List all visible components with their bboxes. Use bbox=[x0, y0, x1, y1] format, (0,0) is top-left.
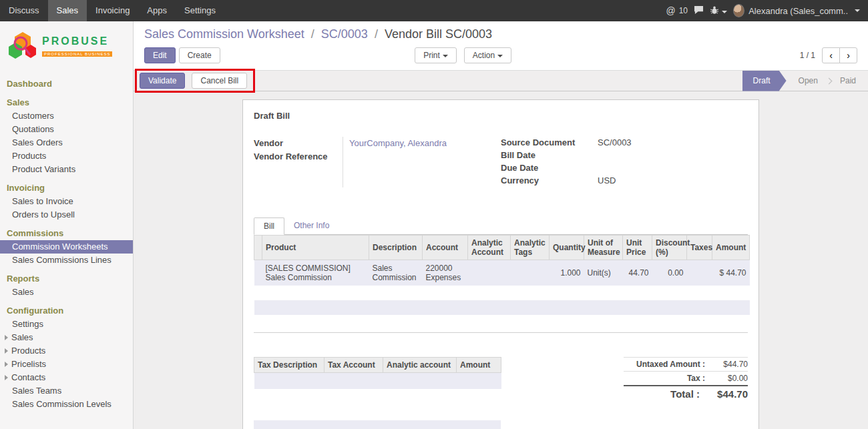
cell-amount: $ 44.70 bbox=[712, 260, 750, 286]
tab-other-info[interactable]: Other Info bbox=[284, 218, 339, 235]
sidebar-item-products[interactable]: Products bbox=[0, 149, 133, 163]
user-menu[interactable]: Alexandra (Sales_comm.. bbox=[733, 4, 860, 17]
due-date-label: Due Date bbox=[501, 162, 598, 175]
sidebar-section-sales[interactable]: Sales bbox=[0, 96, 133, 109]
col-unit-of-measure: Unit of Measure bbox=[584, 236, 623, 260]
sidebar-item-config-products[interactable]: Products bbox=[0, 344, 133, 358]
sidebar-section-invoicing[interactable]: Invoicing bbox=[0, 181, 133, 195]
vendor-label: Vendor bbox=[254, 137, 343, 150]
total-row: Total : $44.70 bbox=[624, 385, 748, 402]
cell-account: 220000 Expenses bbox=[423, 260, 468, 286]
print-label: Print bbox=[423, 51, 440, 60]
empty-row bbox=[254, 286, 750, 300]
source-document-value: SC/0003 bbox=[598, 137, 748, 149]
empty-row bbox=[254, 315, 750, 330]
user-name: Alexandra (Sales_comm.. bbox=[748, 6, 848, 16]
menu-invoicing[interactable]: Invoicing bbox=[87, 0, 138, 21]
line-row[interactable]: [SALES COMMISSION] Sales Commission Sale… bbox=[254, 260, 750, 286]
sidebar-item-customers[interactable]: Customers bbox=[0, 109, 133, 123]
sidebar-item-sales-to-invoice[interactable]: Sales to Invoice bbox=[0, 195, 133, 208]
menu-settings[interactable]: Settings bbox=[176, 0, 224, 21]
validate-button[interactable]: Validate bbox=[140, 73, 185, 89]
sidebar-item-product-variants[interactable]: Product Variants bbox=[0, 163, 133, 176]
cell-analytic-tags bbox=[511, 260, 550, 286]
empty-tax-row bbox=[254, 373, 501, 389]
cell-quantity: 1.000 bbox=[550, 260, 584, 286]
state-open[interactable]: Open bbox=[787, 71, 830, 91]
sidebar-item-orders-to-upsell[interactable]: Orders to Upsell bbox=[0, 208, 133, 222]
horizontal-separator bbox=[254, 332, 748, 333]
top-right-tools: @ 10 Alexandra (Sales_comm.. bbox=[666, 0, 868, 21]
sidebar-item-reports-sales[interactable]: Sales bbox=[0, 286, 133, 299]
cancel-bill-button[interactable]: Cancel Bill bbox=[192, 73, 247, 89]
debug-icon[interactable] bbox=[710, 5, 727, 17]
source-document-label: Source Document bbox=[501, 137, 598, 149]
sidebar-item-config-sales[interactable]: Sales bbox=[0, 331, 133, 344]
sidebar-section-dashboard[interactable]: Dashboard bbox=[0, 77, 133, 91]
currency-value: USD bbox=[598, 175, 748, 187]
print-menu-button[interactable]: Print bbox=[415, 47, 457, 63]
avatar bbox=[733, 4, 744, 17]
logo-subtitle: PROFESSIONAL BUSINESS bbox=[42, 51, 112, 57]
col-tax-amount: Amount bbox=[457, 358, 501, 373]
probuse-logo-icon bbox=[8, 31, 37, 61]
sidebar-item-sales-orders[interactable]: Sales Orders bbox=[0, 136, 133, 149]
menu-apps[interactable]: Apps bbox=[138, 0, 176, 21]
sidebar-item-sales-commission-levels[interactable]: Sales Commission Levels bbox=[0, 398, 133, 411]
invoice-lines-table: Product Description Account Analytic Acc… bbox=[254, 235, 750, 330]
untaxed-amount-label: Untaxed Amount : bbox=[636, 360, 705, 369]
breadcrumb-worksheet-link[interactable]: Sales Commission Worksheet bbox=[144, 27, 304, 41]
pager-prev-button[interactable]: ‹ bbox=[822, 47, 840, 63]
sidebar-item-sales-commissions-lines[interactable]: Sales Commissions Lines bbox=[0, 254, 133, 267]
chevron-down-icon bbox=[722, 11, 727, 13]
sidebar-section-reports[interactable]: Reports bbox=[0, 272, 133, 286]
col-description: Description bbox=[369, 236, 423, 260]
state-draft[interactable]: Draft bbox=[742, 71, 787, 91]
sidebar-item-quotations[interactable]: Quotations bbox=[0, 123, 133, 136]
record-pager: 1 / 1 ‹ › bbox=[800, 47, 857, 63]
probuse-logo: PROBUSE PROFESSIONAL BUSINESS bbox=[0, 21, 133, 72]
col-analytic-tags: Analytic Tags bbox=[511, 236, 550, 260]
sidebar-nav: Dashboard Sales Customers Quotations Sal… bbox=[0, 77, 133, 411]
sidebar-item-label: Contacts bbox=[11, 372, 45, 382]
tab-bill[interactable]: Bill bbox=[254, 218, 284, 235]
cell-discount: 0.00 bbox=[652, 260, 687, 286]
col-amount: Amount bbox=[712, 236, 750, 260]
sidebar-section-configuration[interactable]: Configuration bbox=[0, 304, 133, 318]
messages-icon[interactable] bbox=[694, 5, 704, 17]
breadcrumb-record-link[interactable]: SC/0003 bbox=[321, 27, 368, 41]
expand-arrow-icon bbox=[5, 375, 8, 380]
expand-arrow-icon bbox=[5, 362, 8, 367]
action-menu-button[interactable]: Action bbox=[464, 47, 511, 63]
top-menu: Discuss Sales Invoicing Apps Settings bbox=[0, 0, 224, 21]
pager-next-button[interactable]: › bbox=[839, 47, 857, 63]
main-area: Sales Commission Worksheet / SC/0003 / V… bbox=[134, 21, 868, 429]
tax-lines-table: Tax Description Tax Account Analytic acc… bbox=[254, 357, 501, 389]
chevron-down-icon bbox=[855, 9, 860, 12]
total-value: $44.70 bbox=[700, 388, 748, 400]
action-label: Action bbox=[473, 51, 495, 60]
col-handle bbox=[254, 236, 262, 260]
state-paid[interactable]: Paid bbox=[828, 71, 868, 91]
sidebar-item-commission-worksheets[interactable]: Commission Worksheets bbox=[0, 240, 133, 254]
col-discount: Discount (%) bbox=[652, 236, 687, 260]
edit-button[interactable]: Edit bbox=[144, 47, 176, 63]
bill-date-label: Bill Date bbox=[501, 149, 598, 162]
sidebar-section-commissions[interactable]: Commissions bbox=[0, 227, 133, 240]
sidebar-item-config-contacts[interactable]: Contacts bbox=[0, 371, 133, 384]
print-action-group: Print Action bbox=[415, 47, 511, 63]
col-account: Account bbox=[423, 236, 468, 260]
sidebar-item-sales-teams[interactable]: Sales Teams bbox=[0, 384, 133, 398]
create-button[interactable]: Create bbox=[179, 47, 220, 63]
mention-icon[interactable]: @ bbox=[666, 5, 675, 16]
menu-sales[interactable]: Sales bbox=[48, 0, 87, 21]
cell-analytic-account bbox=[468, 260, 511, 286]
form-view-background: Draft Bill Vendor Vendor Reference YourC… bbox=[134, 91, 868, 429]
tax-header-row: Tax Description Tax Account Analytic acc… bbox=[254, 358, 501, 373]
col-tax-analytic-account: Analytic account bbox=[383, 358, 457, 373]
sidebar-item-config-pricelists[interactable]: Pricelists bbox=[0, 358, 133, 371]
sidebar-item-config-settings[interactable]: Settings bbox=[0, 318, 133, 331]
vendor-value-link[interactable]: YourCompany, Alexandra bbox=[349, 137, 501, 150]
menu-discuss[interactable]: Discuss bbox=[0, 0, 48, 21]
col-unit-price: Unit Price bbox=[623, 236, 652, 260]
